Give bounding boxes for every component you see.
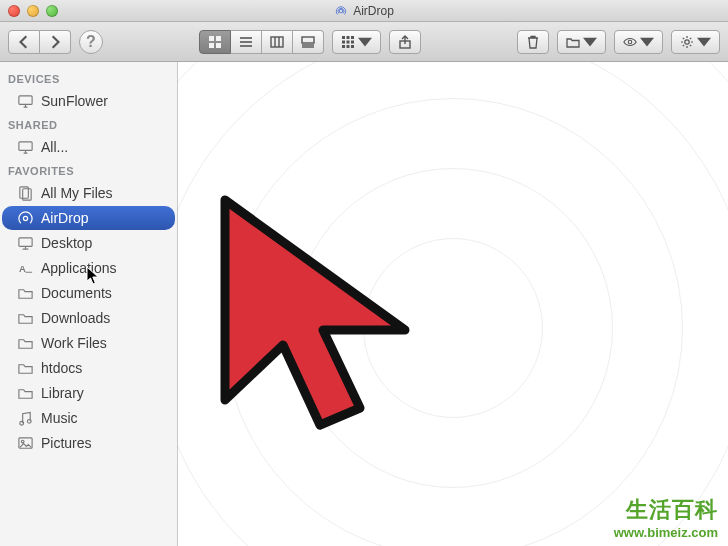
- watermark: 生活百科 www.bimeiz.com: [614, 495, 718, 540]
- close-button[interactable]: [8, 5, 20, 17]
- svg-rect-16: [351, 36, 354, 39]
- sidebar-item-documents[interactable]: Documents: [2, 281, 175, 305]
- folder-icon: [16, 284, 34, 302]
- forward-button[interactable]: [40, 30, 71, 54]
- chevron-down-icon: [640, 35, 654, 49]
- svg-rect-8: [271, 37, 283, 47]
- svg-point-24: [628, 40, 632, 44]
- sidebar-item-label: Music: [41, 410, 78, 426]
- gear-icon: [680, 35, 694, 49]
- sidebar-item-work-files[interactable]: Work Files: [2, 331, 175, 355]
- svg-rect-22: [351, 45, 354, 48]
- content-area: [178, 62, 728, 546]
- sidebar-item-label: Desktop: [41, 235, 92, 251]
- svg-rect-4: [216, 43, 221, 48]
- share-icon: [398, 35, 412, 49]
- network-icon: [16, 138, 34, 156]
- airdrop-icon: [16, 209, 34, 227]
- share-button[interactable]: [389, 30, 421, 54]
- sidebar-item-label: Documents: [41, 285, 112, 301]
- svg-rect-15: [347, 36, 350, 39]
- imac-icon: [16, 92, 34, 110]
- svg-rect-2: [216, 36, 221, 41]
- coverflow-view-button[interactable]: [293, 30, 324, 54]
- trash-button[interactable]: [517, 30, 549, 54]
- watermark-url: www.bimeiz.com: [614, 525, 718, 540]
- titlebar: AirDrop: [0, 0, 728, 22]
- help-button[interactable]: ?: [79, 30, 103, 54]
- list-view-button[interactable]: [231, 30, 262, 54]
- sidebar-item-downloads[interactable]: Downloads: [2, 306, 175, 330]
- chevron-right-icon: [48, 35, 62, 49]
- minimize-button[interactable]: [27, 5, 39, 17]
- view-group: [199, 30, 324, 54]
- svg-point-36: [21, 440, 24, 443]
- icon-view-button[interactable]: [199, 30, 231, 54]
- section-devices: DEVICES: [0, 68, 177, 88]
- watermark-text-cn: 生活百科: [614, 495, 718, 525]
- zoom-button[interactable]: [46, 5, 58, 17]
- svg-point-33: [19, 421, 23, 425]
- svg-rect-14: [342, 36, 345, 39]
- column-view-icon: [270, 35, 284, 49]
- folder-icon: [16, 384, 34, 402]
- icon-view-icon: [208, 35, 222, 49]
- list-view-icon: [239, 35, 253, 49]
- svg-rect-27: [18, 141, 31, 150]
- sidebar-item-htdocs[interactable]: htdocs: [2, 356, 175, 380]
- chevron-down-icon: [583, 35, 597, 49]
- svg-point-0: [339, 9, 343, 13]
- window-title: AirDrop: [0, 0, 728, 22]
- sidebar-item-library[interactable]: Library: [2, 381, 175, 405]
- chevron-down-icon: [358, 35, 372, 49]
- chevron-down-icon: [697, 35, 711, 49]
- sidebar-item-label: Work Files: [41, 335, 107, 351]
- svg-rect-11: [302, 37, 314, 43]
- folder-icon: [16, 334, 34, 352]
- svg-rect-3: [209, 43, 214, 48]
- nav-group: [8, 30, 71, 54]
- sidebar-item-all-my-files[interactable]: All My Files: [2, 181, 175, 205]
- sidebar-item-applications[interactable]: A Applications: [2, 256, 175, 280]
- desktop-icon: [16, 234, 34, 252]
- svg-point-34: [27, 419, 31, 423]
- sidebar-item-label: htdocs: [41, 360, 82, 376]
- sidebar-item-desktop[interactable]: Desktop: [2, 231, 175, 255]
- sidebar-item-all-shared[interactable]: All...: [2, 135, 175, 159]
- sidebar-item-label: All My Files: [41, 185, 113, 201]
- toolbar: ?: [0, 22, 728, 62]
- svg-rect-31: [18, 237, 31, 246]
- sidebar-item-sunflower[interactable]: SunFlower: [2, 89, 175, 113]
- sidebar-item-label: Applications: [41, 260, 117, 276]
- new-folder-button[interactable]: [557, 30, 606, 54]
- arrange-button[interactable]: [332, 30, 381, 54]
- svg-rect-17: [342, 40, 345, 43]
- svg-rect-20: [342, 45, 345, 48]
- quicklook-button[interactable]: [614, 30, 663, 54]
- column-view-button[interactable]: [262, 30, 293, 54]
- sidebar-item-label: Downloads: [41, 310, 110, 326]
- trash-icon: [526, 35, 540, 49]
- sidebar-item-airdrop[interactable]: AirDrop: [2, 206, 175, 230]
- sidebar-item-label: Library: [41, 385, 84, 401]
- sidebar-item-label: AirDrop: [41, 210, 88, 226]
- back-button[interactable]: [8, 30, 40, 54]
- svg-rect-1: [209, 36, 214, 41]
- section-shared: SHARED: [0, 114, 177, 134]
- coverflow-view-icon: [301, 35, 315, 49]
- sidebar-item-pictures[interactable]: Pictures: [2, 431, 175, 455]
- svg-text:A: A: [18, 263, 25, 274]
- section-favorites: FAVORITES: [0, 160, 177, 180]
- music-icon: [16, 409, 34, 427]
- all-my-files-icon: [16, 184, 34, 202]
- sidebar-item-music[interactable]: Music: [2, 406, 175, 430]
- sidebar-item-label: Pictures: [41, 435, 92, 451]
- applications-icon: A: [16, 259, 34, 277]
- chevron-left-icon: [17, 35, 31, 49]
- sidebar: DEVICES SunFlower SHARED All... FAVORITE…: [0, 62, 178, 546]
- pictures-icon: [16, 434, 34, 452]
- svg-rect-26: [18, 95, 31, 104]
- svg-rect-19: [351, 40, 354, 43]
- sidebar-item-label: All...: [41, 139, 68, 155]
- action-button[interactable]: [671, 30, 720, 54]
